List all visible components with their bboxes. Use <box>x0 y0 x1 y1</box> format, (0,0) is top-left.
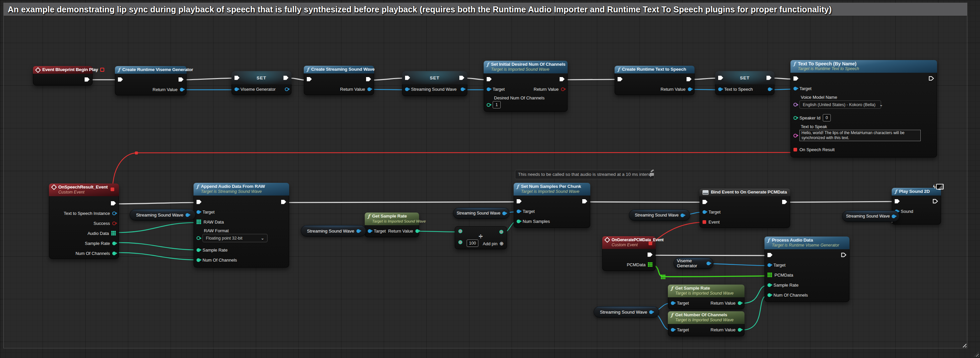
text-to-speech-out-pin[interactable] <box>768 88 772 91</box>
viseme-generator-in-pin[interactable] <box>234 88 238 91</box>
output-pin[interactable] <box>681 214 684 217</box>
target-pin[interactable] <box>517 209 520 213</box>
on-speech-result-pin[interactable] <box>794 148 797 152</box>
node-append-audio-data-from-raw[interactable]: ƒ Append Audio Data From RAW Target is S… <box>194 183 289 268</box>
exec-out-pin[interactable] <box>687 77 692 82</box>
streaming-sound-wave-out-pin[interactable] <box>461 88 465 91</box>
delegate-output-pin[interactable] <box>649 241 652 245</box>
node-process-audio-data[interactable]: ƒ Process Audio Data Target is Runtime V… <box>764 237 850 302</box>
exec-in-pin[interactable] <box>517 199 522 203</box>
exec-out-pin[interactable] <box>281 200 286 204</box>
audio-data-pin[interactable] <box>111 231 116 235</box>
node-set-text-to-speech[interactable]: SET Text to Speech <box>715 71 775 95</box>
speaker-id-input[interactable]: 0 <box>823 114 831 121</box>
output-pin[interactable] <box>649 310 653 314</box>
num-samples-pin[interactable] <box>517 219 520 223</box>
event-pin[interactable] <box>703 220 706 224</box>
node-get-sample-rate[interactable]: ƒ Get Sample Rate Target is Imported Sou… <box>365 213 419 237</box>
return-value-pin[interactable] <box>368 88 371 91</box>
exec-in-pin[interactable] <box>307 77 312 82</box>
divide-input-b-pin[interactable] <box>458 240 462 244</box>
output-pin[interactable] <box>706 262 710 265</box>
exec-in-pin[interactable] <box>487 77 492 82</box>
add-pin-button[interactable]: Add pin ⊕ <box>483 241 504 246</box>
variable-get-streaming-sound-wave[interactable]: Streaming Sound Wave <box>593 306 659 318</box>
text-to-speech-in-pin[interactable] <box>718 88 722 91</box>
variable-get-streaming-sound-wave[interactable]: Streaming Sound Wave <box>453 208 510 219</box>
return-value-pin[interactable] <box>688 88 692 91</box>
exec-in-pin[interactable] <box>197 200 202 204</box>
exec-in-pin[interactable] <box>767 253 773 257</box>
exec-in-pin[interactable] <box>234 76 240 80</box>
exec-out-pin[interactable] <box>929 76 934 81</box>
output-pin[interactable] <box>892 214 896 218</box>
speaker-id-pin[interactable] <box>794 116 797 120</box>
exec-out-pin[interactable] <box>283 76 288 80</box>
pcmdata-pin[interactable] <box>767 273 772 277</box>
delegate-output-pin[interactable] <box>111 187 114 191</box>
num-of-channels-pin[interactable] <box>767 293 771 297</box>
reroute-node[interactable] <box>135 152 138 155</box>
exec-out-pin[interactable] <box>178 77 183 82</box>
variable-get-viseme-generator[interactable]: Viseme Generator <box>673 257 714 269</box>
node-divide[interactable]: 100 ÷ Add pin ⊕ <box>455 226 507 249</box>
voice-model-name-pin[interactable] <box>794 103 797 106</box>
delegate-output-pin[interactable] <box>100 68 104 72</box>
target-pin[interactable] <box>794 87 797 90</box>
exec-out-pin[interactable] <box>933 199 938 203</box>
target-pin[interactable] <box>368 229 371 233</box>
node-create-runtime-viseme-generator[interactable]: ƒ Create Runtime Viseme Generator Return… <box>115 66 186 96</box>
exec-in-pin[interactable] <box>617 77 622 82</box>
node-text-to-speech-by-name[interactable]: ƒ Text To Speech (By Name) Target is Run… <box>791 60 937 157</box>
node-play-sound-2d[interactable]: ϟ ƒ Play Sound 2D Sound <box>892 188 941 225</box>
exec-out-pin[interactable] <box>111 201 116 206</box>
exec-in-pin[interactable] <box>703 200 708 204</box>
node-set-num-samples-per-chunk[interactable]: ƒ Set Num Samples Per Chunk Target is Im… <box>514 183 590 228</box>
sample-rate-pin[interactable] <box>767 283 771 287</box>
node-set-initial-desired-num-of-channels[interactable]: ƒ Set Initial Desired Num Of Channels Ta… <box>484 61 568 112</box>
variable-get-streaming-sound-wave[interactable]: Streaming Sound Wave <box>130 209 196 221</box>
node-on-speech-result-event[interactable]: OnSpeechResult_Event Custom Event Text t… <box>49 184 119 259</box>
return-value-pin[interactable] <box>738 328 741 332</box>
node-on-generate-pcmdata-event[interactable]: OnGeneratePCMData_Event Custom Event PCM… <box>602 236 655 271</box>
exec-in-pin[interactable] <box>794 77 799 81</box>
exec-out-pin[interactable] <box>560 77 565 82</box>
raw-format-dropdown[interactable]: Floating point 32-bit ⌄ <box>202 234 267 242</box>
target-pin[interactable] <box>197 210 200 214</box>
divide-input-a-pin[interactable] <box>458 229 462 233</box>
node-get-sample-rate-bottom[interactable]: ƒ Get Sample Rate Target is Imported Sou… <box>668 284 745 309</box>
return-value-pin[interactable] <box>561 88 565 91</box>
exec-out-pin[interactable] <box>767 76 772 80</box>
target-pin[interactable] <box>671 301 675 305</box>
target-pin[interactable] <box>487 88 490 91</box>
node-event-begin-play[interactable]: Event Blueprint Begin Play <box>33 66 92 85</box>
blueprint-canvas[interactable]: { "comment": { "title": "An example demo… <box>0 0 980 358</box>
target-pin[interactable] <box>767 263 771 267</box>
exec-in-pin[interactable] <box>118 77 123 82</box>
reroute-node[interactable] <box>661 275 665 279</box>
exec-out-pin[interactable] <box>841 253 846 257</box>
divide-output-pin[interactable] <box>500 230 503 234</box>
divide-b-input[interactable]: 100 <box>467 240 478 247</box>
pcmdata-pin[interactable] <box>648 262 652 267</box>
exec-out-pin[interactable] <box>648 253 652 257</box>
text-to-speak-input[interactable]: Hello, world! The lips of the MetaHuman … <box>799 130 921 141</box>
num-of-channels-pin[interactable] <box>197 258 200 262</box>
text-to-speak-pin[interactable] <box>794 134 797 137</box>
output-pin[interactable] <box>502 211 506 215</box>
exec-out-pin[interactable] <box>459 76 465 80</box>
num-of-channels-pin[interactable] <box>112 252 116 255</box>
node-get-number-of-channels[interactable]: ƒ Get Number Of Channels Target is Impor… <box>668 311 745 336</box>
variable-get-streaming-sound-wave[interactable]: Streaming Sound Wave <box>301 225 366 237</box>
variable-get-streaming-sound-wave[interactable]: Streaming Sound Wave <box>842 211 899 222</box>
return-value-pin[interactable] <box>180 88 183 91</box>
exec-in-pin[interactable] <box>718 76 723 80</box>
sample-rate-pin[interactable] <box>112 241 116 245</box>
exec-out-pin[interactable] <box>582 199 587 203</box>
comment-bubble-icons[interactable] <box>649 169 655 179</box>
exec-in-pin[interactable] <box>405 76 410 80</box>
sample-rate-pin[interactable] <box>197 248 200 252</box>
return-value-pin[interactable] <box>738 301 741 305</box>
variable-get-streaming-sound-wave[interactable]: Streaming Sound Wave <box>629 209 690 221</box>
node-set-streaming-sound-wave[interactable]: SET Streaming Sound Wave <box>402 71 467 96</box>
